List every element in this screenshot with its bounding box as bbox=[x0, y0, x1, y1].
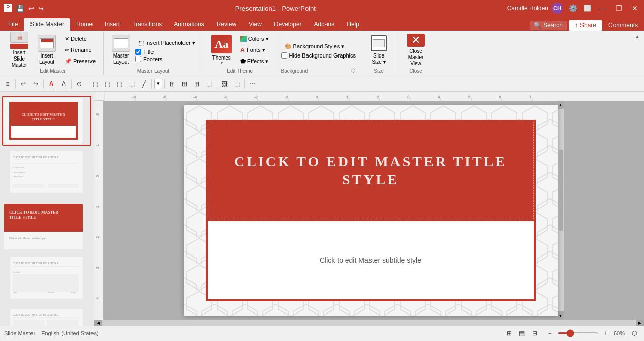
toolbar-shape-3[interactable]: ⬚ bbox=[114, 78, 125, 90]
scroll-up-button[interactable]: ▲ bbox=[558, 101, 564, 109]
tab-file[interactable]: File bbox=[2, 18, 24, 31]
toolbar-shape-1[interactable]: ⬚ bbox=[89, 78, 101, 90]
scroll-right-button[interactable]: ▶ bbox=[636, 320, 644, 326]
quick-access-redo-icon[interactable]: ↪ bbox=[38, 5, 44, 12]
svg-text:-2: -2 bbox=[254, 95, 258, 99]
tab-review[interactable]: Review bbox=[210, 18, 242, 31]
toolbar-image-button[interactable]: 🖼 bbox=[219, 78, 230, 90]
slide-content-area[interactable]: Click to Edit Master Title Style Click t… bbox=[206, 120, 536, 301]
minimize-button[interactable]: — bbox=[597, 3, 607, 13]
search-bar[interactable]: 🔍 Search bbox=[530, 21, 567, 30]
horizontal-scrollbar[interactable]: ◀ ▶ bbox=[94, 320, 644, 326]
vertical-scrollbar[interactable]: ▲ ▼ bbox=[558, 101, 564, 320]
svg-text:-1: -1 bbox=[96, 144, 99, 147]
toolbar-shape-5[interactable]: ╱ bbox=[138, 78, 149, 90]
colors-button[interactable]: Colors ▾ bbox=[237, 34, 272, 44]
toolbar-align-left[interactable]: ⊞ bbox=[167, 78, 178, 90]
insert-slide-master-button[interactable]: ▤ Insert Slide Master bbox=[6, 33, 33, 67]
slide-thumb-3[interactable]: CLICK TO EDIT MASTER TITLE STYLE Click t… bbox=[2, 202, 91, 251]
slide-master-status: Slide Master bbox=[4, 330, 35, 336]
options-icon[interactable]: ⚙️ bbox=[569, 4, 577, 12]
canvas-area: -6 -5 -4 -3 -2 -1 0 1 2 3 4 5 6 7 bbox=[94, 92, 644, 326]
tab-home[interactable]: Home bbox=[70, 18, 99, 31]
toolbar-arrange-button[interactable]: ⬚ bbox=[231, 78, 242, 90]
preserve-button[interactable]: 📌 Preserve bbox=[61, 56, 99, 66]
toolbar-align-center[interactable]: ⊞ bbox=[179, 78, 190, 90]
toolbar-dropdown[interactable]: ▾ bbox=[154, 79, 162, 89]
slide-thumb-2[interactable]: CLICK TO EDIT MASTER TITLE STYLE • Click… bbox=[8, 149, 91, 198]
footers-checkbox[interactable] bbox=[135, 56, 141, 62]
zoom-slider[interactable] bbox=[558, 332, 598, 334]
quick-access-undo-icon[interactable]: ↩ bbox=[28, 5, 34, 12]
quick-access-save-icon[interactable]: 💾 bbox=[16, 5, 24, 12]
insert-layout-button[interactable]: Insert Layout bbox=[34, 33, 60, 67]
tab-view[interactable]: View bbox=[242, 18, 268, 31]
slide-thumb-1[interactable]: CLICK TO EDIT MASTER TITLE STYLE bbox=[2, 96, 91, 146]
tab-addins[interactable]: Add-ins bbox=[308, 18, 341, 31]
effects-button[interactable]: ⬟ Effects ▾ bbox=[237, 56, 272, 66]
insert-layout-icon bbox=[38, 35, 56, 52]
master-layout-button[interactable]: Master Layout bbox=[108, 33, 134, 67]
background-styles-button[interactable]: 🎨 Background Styles ▾ bbox=[281, 41, 356, 51]
toolbar-crop-button[interactable]: ⬚ bbox=[203, 78, 214, 90]
svg-text:Click to edit Master subtitle : Click to edit Master subtitle style bbox=[9, 237, 46, 240]
svg-text:• Second level: • Second level bbox=[13, 171, 26, 174]
tab-animations[interactable]: Animations bbox=[168, 18, 210, 31]
svg-text:Date: Date bbox=[13, 291, 17, 294]
collapse-ribbon-button[interactable]: ▲ bbox=[633, 32, 642, 41]
toolbar-font-color-button[interactable]: A bbox=[46, 78, 57, 90]
scroll-thumb[interactable] bbox=[558, 150, 563, 231]
rename-button[interactable]: ✏ Rename bbox=[61, 45, 99, 55]
zoom-in-button[interactable]: + bbox=[600, 328, 611, 339]
toolbar-more-button[interactable]: ⋯ bbox=[247, 78, 258, 90]
tab-help[interactable]: Help bbox=[341, 18, 365, 31]
ruler-h-svg: -6 -5 -4 -3 -2 -1 0 1 2 3 4 5 6 7 bbox=[104, 92, 644, 101]
fit-page-button[interactable]: ⬡ bbox=[629, 328, 640, 339]
size-content: SlideSize ▾ bbox=[364, 33, 393, 67]
scroll-left-button[interactable]: ◀ bbox=[94, 320, 102, 326]
fonts-button[interactable]: A Fonts ▾ bbox=[237, 45, 272, 55]
search-label: Search bbox=[543, 22, 563, 29]
title-bar-left: 🅿 💾 ↩ ↪ bbox=[4, 4, 44, 13]
normal-view-button[interactable]: ⊞ bbox=[504, 328, 515, 339]
restore-button[interactable]: ❐ bbox=[614, 3, 624, 13]
close-master-view-button[interactable]: ✕ CloseMaster View bbox=[402, 33, 430, 67]
slide-size-button[interactable]: SlideSize ▾ bbox=[364, 33, 393, 67]
toolbar-grid-button[interactable]: ≡ bbox=[2, 78, 13, 90]
toolbar-shape-2[interactable]: ⬚ bbox=[102, 78, 113, 90]
slide-thumb-4[interactable]: CLICK TO EDIT MASTER TITLE STYLE Content… bbox=[8, 254, 91, 304]
zoom-out-button[interactable]: − bbox=[544, 328, 556, 339]
hide-background-checkbox[interactable] bbox=[281, 52, 287, 59]
tab-transitions[interactable]: Transitions bbox=[126, 18, 168, 31]
ribbon-display-icon[interactable]: ⬜ bbox=[584, 5, 591, 12]
toolbar-shape-4[interactable]: ⬚ bbox=[126, 78, 137, 90]
close-button[interactable]: ✕ bbox=[630, 3, 640, 13]
slide-sorter-button[interactable]: ⊟ bbox=[529, 328, 540, 339]
slide-thumb-5[interactable]: CLICK TO EDIT MASTER TITLE STYLE Date Fo… bbox=[8, 307, 91, 326]
comments-button[interactable]: Comments bbox=[604, 20, 642, 31]
edit-theme-content: Aa Themes ▾ Colors ▾ A Fonts ▾ ⬟ Effects… bbox=[207, 33, 272, 67]
title-text-box[interactable]: Click to Edit Master Title Style bbox=[208, 122, 534, 220]
hide-background-label: Hide Background Graphics bbox=[289, 52, 356, 59]
subtitle-text-box[interactable]: Click to edit Master subtitle style bbox=[208, 221, 534, 299]
toolbar-align-right[interactable]: ⊞ bbox=[191, 78, 202, 90]
tab-slide-master[interactable]: Slide Master bbox=[24, 18, 70, 31]
themes-button[interactable]: Aa Themes ▾ bbox=[207, 33, 236, 67]
delete-button[interactable]: ✕ Delete bbox=[61, 34, 99, 44]
toolbar-undo-button[interactable]: ↩ bbox=[18, 78, 29, 90]
slide-thumb-svg-1: CLICK TO EDIT MASTER TITLE STYLE bbox=[4, 98, 83, 144]
toolbar-redo-button[interactable]: ↪ bbox=[30, 78, 41, 90]
background-expand-icon[interactable]: ⬡ bbox=[351, 68, 356, 73]
insert-placeholder-button[interactable]: ⬚ Insert Placeholder ▾ bbox=[135, 38, 199, 48]
tab-insert[interactable]: Insert bbox=[99, 18, 126, 31]
toolbar-highlight-button[interactable]: A bbox=[58, 78, 69, 90]
scroll-down-button[interactable]: ▼ bbox=[558, 311, 564, 320]
ribbon-group-background: 🎨 Background Styles ▾ Hide Background Gr… bbox=[277, 32, 360, 75]
slide-canvas[interactable]: Click to Edit Master Title Style Click t… bbox=[184, 105, 558, 316]
ribbon-group-edit-master: ▤ Insert Slide Master Insert Layout ✕ De bbox=[2, 32, 104, 75]
tab-developer[interactable]: Developer bbox=[268, 18, 308, 31]
toolbar-circle-button[interactable]: ⊙ bbox=[74, 78, 85, 90]
share-button[interactable]: ↑ Share bbox=[569, 20, 602, 31]
title-checkbox[interactable] bbox=[135, 49, 141, 55]
outline-view-button[interactable]: ▤ bbox=[516, 328, 528, 339]
